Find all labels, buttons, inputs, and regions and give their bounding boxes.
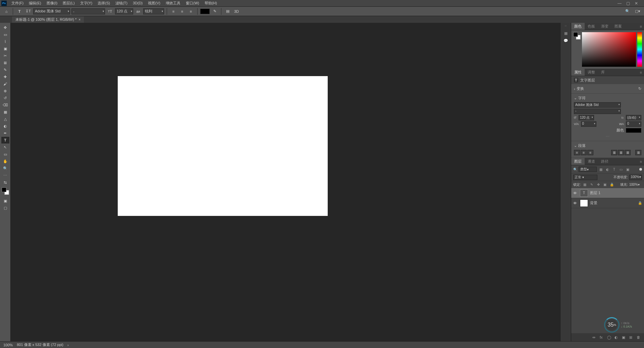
filter-pixel[interactable]: ▦ [598,167,603,172]
char-color-swatch[interactable] [626,128,641,133]
para-justify-2[interactable]: ≣ [618,150,624,155]
new-layer-button[interactable]: ⊞ [629,335,634,340]
text-color-swatch[interactable] [200,9,210,14]
zoom-tool[interactable]: 🔍 [1,165,9,172]
menu-选择(S)[interactable]: 选择(S) [95,0,113,6]
char-size-input[interactable]: 120 点▾ [579,115,594,120]
brush-tool[interactable]: 🖌 [1,80,9,87]
character-section[interactable]: ⌄ 字符 [574,95,641,101]
align-left-button[interactable]: ≡ [170,8,177,15]
para-align-left[interactable]: ≡ [574,150,580,155]
doc-info-arrow[interactable]: › [67,343,69,347]
layer-mask-button[interactable]: ◯ [607,335,612,340]
lock-pos[interactable]: ✥ [596,182,601,187]
menu-3D(D)[interactable]: 3D(D) [130,0,145,6]
lock-pixel[interactable]: ✎ [589,182,594,187]
delete-layer-button[interactable]: 🗑 [637,335,641,339]
color-tab[interactable]: 颜色 [571,23,585,30]
menu-图层(L)[interactable]: 图层(L) [60,0,77,6]
search-button[interactable]: 🔍 [624,8,631,15]
document-tab[interactable]: 未标题-1 @ 100% (图层 1, RGB/8#) *× [12,16,84,23]
menu-文字(Y)[interactable]: 文字(Y) [77,0,95,6]
hue-slider[interactable] [637,32,642,67]
lock-all[interactable]: ▦ [582,182,588,187]
filter-adj[interactable]: ◐ [605,167,610,172]
char-leading-input[interactable]: (自动)▾ [626,115,641,120]
para-justify-3[interactable]: ≣ [625,150,631,155]
layer-fx-button[interactable]: fx [600,335,604,339]
rail-tab-2[interactable]: 💬 [562,37,570,44]
filter-text[interactable]: T [611,167,617,172]
canvas[interactable] [118,76,328,216]
paragraph-section[interactable]: ⌄ 段落 [574,142,641,149]
panel-menu-button[interactable]: ≡ [638,160,644,164]
layer-row[interactable]: 👁 T 图层 1 [571,188,644,198]
menu-编辑(E)[interactable]: 编辑(E) [26,0,44,6]
zoom-display[interactable]: 100% [3,343,13,347]
menu-增效工具[interactable]: 增效工具 [163,0,183,6]
text-tool[interactable]: T [1,137,9,143]
clone-tool[interactable]: ⊕ [1,88,9,94]
prop-tab[interactable]: 属性 [571,69,585,76]
menu-图像(I)[interactable]: 图像(I) [44,0,60,6]
workspace-button[interactable]: ▢▾ [634,8,641,15]
shape-tool[interactable]: ▭ [1,151,9,158]
blur-tool[interactable]: △ [1,116,9,122]
para-justify-all[interactable]: ≣ [635,150,641,155]
close-button[interactable]: ✕ [635,1,638,6]
opacity-input[interactable]: 100%▾ [629,175,642,180]
char-va-input[interactable]: 0▾ [581,121,596,127]
quickmask-button[interactable]: ▣ [1,197,9,204]
3d-button[interactable]: 3D [233,8,240,15]
color-tab[interactable]: 渐变 [598,23,611,30]
text-tool-indicator[interactable]: T [16,8,23,15]
character-panel-button[interactable]: ▤ [224,8,231,15]
tab-close-button[interactable]: × [78,18,80,21]
history-brush-tool[interactable]: ↺ [1,95,9,101]
object-select-tool[interactable]: ▣ [1,45,9,52]
visibility-toggle[interactable]: 👁 [573,201,578,205]
edit-toolbar[interactable]: ⋯ [1,172,9,179]
prop-tab[interactable]: 调整 [585,69,598,76]
char-font-dropdown[interactable]: Adobe 黑体 Std▾ [574,102,621,108]
layer-tab[interactable]: 通道 [585,158,598,165]
warp-text-button[interactable]: ✎ [211,8,218,15]
filter-smart[interactable]: ▣ [625,167,630,172]
hand-tool[interactable]: ✋ [1,158,9,165]
menu-文件(F)[interactable]: 文件(F) [9,0,26,6]
move-tool[interactable]: ✥ [1,24,9,31]
doc-info[interactable]: 801 像素 x 532 像素 (72 ppi) [17,342,63,347]
panel-menu-button[interactable]: ≡ [638,70,644,74]
maximize-button[interactable]: ▢ [626,1,630,6]
antialias-dropdown[interactable]: 锐利▾ [143,8,164,14]
frame-tool[interactable]: ⊠ [1,59,9,66]
lock-artboard[interactable]: ▣ [602,182,608,187]
para-align-right[interactable]: ≡ [587,150,593,155]
lock-full[interactable]: 🔒 [609,182,614,187]
font-family-dropdown[interactable]: Adobe 黑体 Std▾ [33,8,70,14]
para-align-center[interactable]: ≡ [581,150,587,155]
eraser-tool[interactable]: ⌫ [1,102,9,108]
text-orientation-button[interactable]: ↧T [24,8,32,15]
layer-filter-dropdown[interactable]: 类型▾ [579,167,597,172]
char-style-dropdown[interactable]: -▾ [574,109,621,114]
home-button[interactable]: ⌂ [3,8,10,15]
dodge-tool[interactable]: ◐ [1,123,9,129]
panel-menu-button[interactable]: ≡ [638,24,644,28]
align-right-button[interactable]: ≡ [187,8,195,15]
lasso-tool[interactable]: ⌇ [1,38,9,45]
char-wa-input[interactable]: 0▾ [626,121,641,127]
color-tab[interactable]: 色板 [585,23,598,30]
menu-视图(V)[interactable]: 视图(V) [145,0,163,6]
color-switch[interactable]: ⇆ [1,179,9,186]
font-style-dropdown[interactable]: -▾ [71,8,105,14]
layer-row[interactable]: 👁 背景 🔒 [571,198,644,208]
color-fgbg[interactable] [573,32,581,40]
group-button[interactable]: ▣ [622,335,627,340]
marquee-tool[interactable]: ▭ [1,31,9,38]
fill-input[interactable]: 100%▾ [629,183,642,186]
align-center-button[interactable]: ≡ [178,8,186,15]
canvas-area[interactable] [11,23,560,341]
crop-tool[interactable]: ✂ [1,52,9,59]
link-layers-button[interactable]: ⇔ [592,335,597,340]
